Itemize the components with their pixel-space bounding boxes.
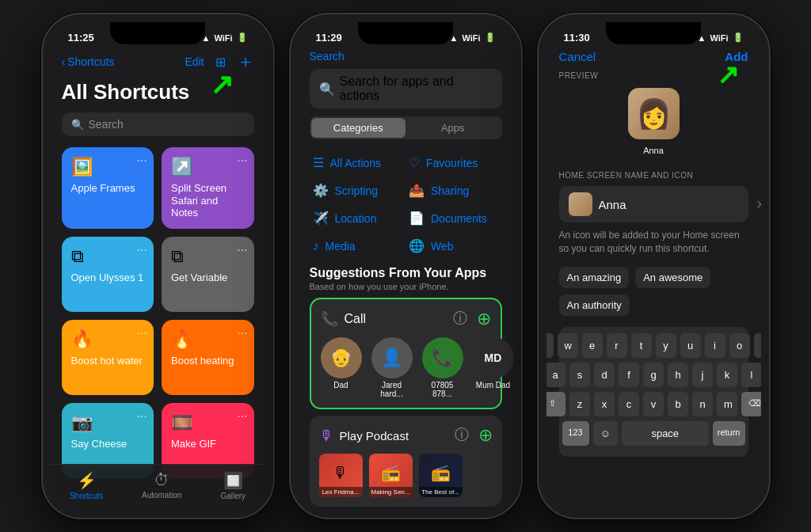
key-e[interactable]: e [582,333,603,358]
more-btn-variable[interactable]: ··· [237,243,247,257]
call-add-btn[interactable]: ⊕ [477,309,491,329]
p1-add-btn[interactable]: ＋ [237,50,254,74]
action-location[interactable]: ✈️ Location [310,204,406,232]
podcast-card[interactable]: 🎙 Play Podcast ⓘ ⊕ 🎙 Lex Fridma... 📻 [310,416,502,507]
tile-boost-heating[interactable]: ··· 🔥 Boost heating [162,320,254,395]
key-space[interactable]: space [622,421,709,446]
contact-07805[interactable]: 📞 07805 878... [422,337,463,398]
key-r[interactable]: r [607,333,627,358]
key-j[interactable]: j [692,363,713,387]
more-btn-gif[interactable]: ··· [237,409,247,424]
more-btn-split[interactable]: ··· [237,154,247,168]
key-d[interactable]: d [594,363,615,387]
more-btn-hotwater[interactable]: ··· [137,326,147,340]
key-a[interactable]: a [546,363,566,387]
tile-apple-frames[interactable]: ··· 🖼️ Apple Frames [62,147,154,229]
contact-dad[interactable]: 👴 Dad [321,337,362,398]
key-n[interactable]: n [692,392,713,416]
key-c[interactable]: c [619,392,639,416]
open-ulysses-icon: ⧉ [71,246,145,267]
automation-tab-label: Automation [142,491,182,500]
p3-keyboard: q w e r t y u i o p a s d f g h [559,327,748,457]
p3-cancel-btn[interactable]: Cancel [559,50,596,63]
action-sharing[interactable]: 📤 Sharing [406,177,502,204]
key-shift[interactable]: ⇧ [546,392,566,416]
more-btn-apple-frames[interactable]: ··· [137,154,147,168]
p1-nav-right: Edit ⊞ ＋ [185,50,253,74]
key-x[interactable]: x [594,392,615,416]
call-info-btn[interactable]: ⓘ [453,309,467,329]
action-scripting[interactable]: ⚙️ Scripting [310,177,406,204]
p1-back-btn[interactable]: ‹ Shortcuts [62,55,115,68]
podcast-add-btn[interactable]: ⊕ [478,425,493,446]
podcast-info-btn[interactable]: ⓘ [455,425,469,446]
tile-split-screen[interactable]: ··· ↗️ Split Screen Safari and Notes [162,147,254,229]
key-s[interactable]: s [569,363,590,387]
tile-get-variable[interactable]: ··· ⧉ Get Variable [162,237,254,312]
key-h[interactable]: h [668,363,688,387]
call-card[interactable]: 📞 Call ⓘ ⊕ 👴 Dad 👤 Jared hard [310,298,502,409]
tab-apps[interactable]: Apps [406,118,501,138]
key-v[interactable]: v [643,392,664,416]
action-media[interactable]: ♪ Media [310,232,406,260]
key-delete[interactable]: ⌫ [741,392,761,416]
p3-name-input[interactable] [599,198,749,211]
p3-icon-name: Anna [643,146,664,155]
tile-boost-hot-water[interactable]: ··· 🔥 Boost hot water [62,320,154,395]
key-f[interactable]: f [619,363,639,387]
phone-2-actions: 11:29 ▲▲▲ WiFi 🔋 Search 🔍 Search for app… [289,13,523,519]
p2-search-bar[interactable]: 🔍 Search for apps and actions [310,69,502,108]
contact-mumdad[interactable]: MD Mum Dad [473,337,513,398]
gallery-tab-label: Gallery [220,492,246,500]
p1-grid-icon[interactable]: ⊞ [215,55,226,70]
podcast-thumb-2[interactable]: 📻 Making Sen... [369,454,413,497]
action-favourites[interactable]: ♡ Favourites [406,149,502,177]
p1-search-bar[interactable]: 🔍 Search [62,112,254,136]
tab-gallery[interactable]: 🔲 Gallery [220,471,246,500]
key-123[interactable]: 123 [562,421,589,446]
podcast-thumb-3[interactable]: 📻 The Best of... [419,454,463,497]
key-emoji[interactable]: ☺ [593,421,618,446]
documents-icon: 📄 [409,211,425,226]
tab-categories[interactable]: Categories [311,118,406,138]
p3-clear-btn[interactable]: ✕ [756,197,761,212]
podcast-thumb-1[interactable]: 🎙 Lex Fridma... [319,454,363,497]
key-i[interactable]: i [705,333,725,358]
say-cheese-label: Say Cheese [71,438,145,450]
p1-edit-btn[interactable]: Edit [185,55,204,68]
key-z[interactable]: z [569,392,590,416]
call-card-actions: ⓘ ⊕ [453,309,491,329]
suggestion-2[interactable]: An awesome [635,267,710,288]
tab-shortcuts[interactable]: ⚡ Shortcuts [70,471,103,500]
key-u[interactable]: u [680,333,701,358]
p3-description: An icon will be added to your Home scree… [559,229,748,256]
more-btn-cheese[interactable]: ··· [137,409,147,424]
suggestion-1[interactable]: An amazing [559,267,630,288]
tab-automation[interactable]: ⏱ Automation [142,471,182,500]
key-t[interactable]: t [631,333,652,358]
key-o[interactable]: o [729,333,750,358]
key-b[interactable]: b [668,392,688,416]
key-q[interactable]: q [546,333,554,358]
contact-jared[interactable]: 👤 Jared hard... [371,337,413,398]
automation-tab-icon: ⏱ [154,471,169,489]
phone-1-shortcuts: 11:25 ▲▲▲ WiFi 🔋 ‹ Shortcuts Edit ⊞ ＋ [41,13,275,519]
key-l[interactable]: l [741,363,761,387]
action-documents[interactable]: 📄 Documents [406,204,502,232]
key-g[interactable]: g [643,363,664,387]
key-y[interactable]: y [656,333,676,358]
action-all[interactable]: ☰ All Actions [310,149,406,177]
more-btn-ulysses[interactable]: ··· [137,243,147,257]
key-k[interactable]: k [717,363,737,387]
suggestion-3[interactable]: An authority [559,294,630,316]
media-icon: ♪ [313,239,319,253]
p2-back-btn[interactable]: Search [310,50,345,63]
key-p[interactable]: p [754,333,761,358]
key-m[interactable]: m [717,392,737,416]
action-web[interactable]: 🌐 Web [406,232,502,260]
tile-open-ulysses[interactable]: ··· ⧉ Open Ulysses 1 [62,237,154,312]
key-return[interactable]: return [713,421,745,446]
key-w[interactable]: w [558,333,578,358]
p1-shortcuts-link[interactable]: Shortcuts [67,55,114,68]
more-btn-heating[interactable]: ··· [237,326,247,340]
